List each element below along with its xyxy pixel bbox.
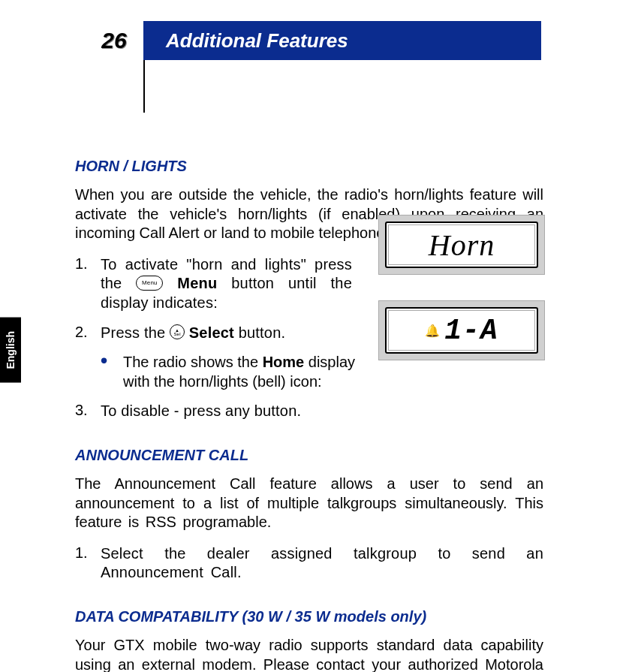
chapter-title-bar: Additional Features xyxy=(143,21,541,60)
data-intro: Your GTX mobile two-way radio supports s… xyxy=(75,636,543,672)
header-divider xyxy=(143,60,626,113)
horn-step-1: 1. To activate "horn and lights" press t… xyxy=(75,255,543,313)
announcement-step-1: 1. Select the dealer assigned talkgroup … xyxy=(75,544,543,583)
chapter-title: Additional Features xyxy=(166,29,348,53)
language-tab: English xyxy=(0,318,21,383)
select-button-icon: ▲Sel xyxy=(170,324,185,339)
menu-button-icon: Menu xyxy=(136,276,163,291)
page-number: 26 xyxy=(101,28,126,53)
section-heading-announcement: ANNOUNCEMENT CALL xyxy=(75,447,543,464)
section-heading-data: DATA COMPATABILITY (30 W / 35 W models o… xyxy=(75,608,543,625)
horn-step-3: 3. To disable - press any button. xyxy=(75,402,543,421)
bullet-dot-icon: • xyxy=(101,353,123,391)
page-number-box: 26 xyxy=(85,21,143,60)
horn-step-2: 2. Press the ▲Sel Select button. xyxy=(75,324,543,343)
announcement-intro: The Announcement Call feature allows a u… xyxy=(75,475,543,532)
section-heading-horn: HORN / LIGHTS xyxy=(75,158,543,175)
